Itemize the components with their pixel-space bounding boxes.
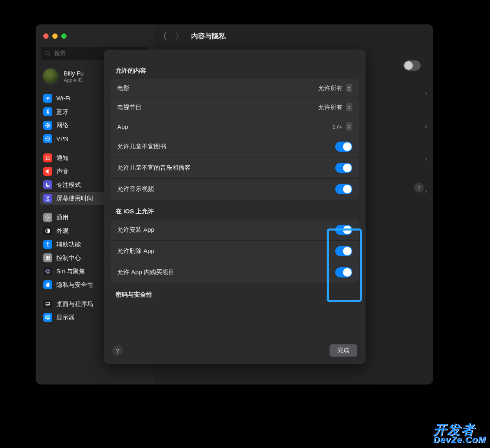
svg-point-5	[47, 217, 49, 218]
bt-icon	[43, 107, 52, 116]
siri-icon	[43, 267, 52, 276]
select-control[interactable]: 允许所有▴▾	[318, 103, 352, 111]
chevron-right-icon[interactable]: ›	[425, 90, 427, 97]
gear-icon	[43, 213, 52, 222]
section-title: 在 iOS 上允许	[104, 200, 365, 220]
toggle-switch[interactable]	[335, 246, 352, 256]
account-sub: Apple ID	[64, 78, 84, 83]
sidebar-item-label: 桌面与程序坞	[56, 300, 93, 308]
row-label: 允许删除 App	[117, 247, 154, 255]
settings-group: 允许安装 App允许删除 App允许 App 内购买项目	[111, 220, 359, 283]
bell-icon	[43, 153, 52, 162]
access-icon	[43, 240, 52, 249]
chevron-right-icon[interactable]: ›	[425, 122, 427, 130]
sidebar-item-label: 显示器	[56, 314, 75, 322]
svg-point-0	[46, 51, 49, 55]
done-button[interactable]: 完成	[330, 344, 357, 357]
row-label: 允许 App 内购买项目	[117, 268, 174, 276]
sheet-help-button[interactable]: ?	[112, 345, 123, 356]
sidebar-item-label: 通用	[56, 214, 69, 222]
settings-row: 允许儿童不宜的音乐和播客	[111, 157, 359, 179]
row-label: 电视节目	[117, 104, 142, 111]
settings-row: 允许安装 App	[111, 220, 359, 241]
settings-row: App17+▴▾	[111, 117, 359, 136]
svg-point-2	[47, 100, 48, 100]
select-control[interactable]: 17+▴▾	[332, 122, 352, 131]
settings-row: 电影允许所有▴▾	[111, 79, 359, 98]
sidebar-item-label: Wi-Fi	[56, 95, 70, 102]
toggle-switch[interactable]	[335, 267, 352, 277]
row-label: 允许儿童不宜图书	[117, 143, 166, 151]
forward-button[interactable]: ⟩	[174, 29, 180, 42]
svg-point-12	[46, 269, 50, 274]
search-icon	[45, 51, 51, 57]
sidebar-item-label: 声音	[56, 168, 69, 175]
row-label: App	[117, 123, 128, 130]
settings-row: 允许儿童不宜图书	[111, 136, 359, 157]
row-label: 电影	[117, 84, 129, 92]
sidebar-item-label: 控制中心	[56, 254, 81, 262]
toggle-switch[interactable]	[335, 163, 352, 173]
sidebar-item-label: 专注模式	[56, 181, 81, 189]
dock-icon	[43, 299, 52, 308]
section-title: 密码与安全性	[104, 283, 365, 303]
page-title: 内容与隐私	[191, 31, 226, 41]
settings-row: 允许删除 App	[111, 241, 359, 262]
sheet-footer: ? 完成	[104, 338, 365, 364]
settings-row: 允许 App 内购买项目	[111, 262, 359, 283]
row-label: 允许音乐视频	[117, 185, 154, 193]
toggle-switch[interactable]	[335, 142, 352, 152]
svg-line-1	[49, 54, 50, 55]
sidebar-item-label: Siri 与聚焦	[56, 268, 85, 275]
bg-master-toggle[interactable]	[403, 60, 421, 71]
close-icon[interactable]	[43, 33, 49, 39]
display-icon	[43, 313, 52, 322]
settings-row: 允许音乐视频	[111, 179, 359, 200]
toggle-switch[interactable]	[335, 225, 352, 235]
sound-icon	[43, 167, 52, 176]
search-placeholder: 搜索	[54, 50, 66, 57]
control-icon	[43, 253, 52, 262]
svg-rect-14	[46, 302, 49, 305]
row-label: 允许儿童不宜的音乐和播客	[117, 164, 191, 172]
hourglass-icon	[43, 194, 52, 203]
select-value: 允许所有	[318, 104, 343, 111]
svg-rect-16	[46, 316, 50, 319]
stepper-icon: ▴▾	[346, 103, 352, 111]
chevron-right-icon[interactable]: ›	[425, 188, 427, 195]
sidebar-item-label: 通知	[56, 154, 69, 162]
svg-point-7	[47, 242, 48, 243]
account-name: Billy Fu	[64, 70, 84, 77]
wifi-icon	[43, 94, 52, 103]
select-control[interactable]: 允许所有▴▾	[318, 84, 352, 92]
globe-icon	[43, 121, 52, 130]
section-title: 允许的内容	[104, 59, 365, 79]
svg-point-13	[47, 270, 49, 273]
settings-row: 电视节目允许所有▴▾	[111, 98, 359, 117]
watermark: 开发者 DevZe.CoM	[433, 424, 486, 444]
chevron-right-icon[interactable]: ›	[425, 155, 427, 162]
minimize-icon[interactable]	[52, 33, 58, 39]
hand-icon	[43, 280, 52, 289]
bg-nav-rows: › › › ›	[425, 90, 427, 195]
svg-rect-9	[48, 256, 50, 258]
row-label: 允许安装 App	[117, 226, 154, 234]
select-value: 17+	[332, 123, 343, 130]
avatar	[42, 68, 59, 84]
maximize-icon[interactable]	[61, 33, 67, 39]
content-privacy-sheet: 允许的内容电影允许所有▴▾电视节目允许所有▴▾App17+▴▾允许儿童不宜图书允…	[104, 50, 365, 364]
sidebar-item-label: 外观	[56, 227, 69, 235]
svg-rect-10	[46, 258, 48, 260]
sidebar-item-label: VPN	[56, 135, 69, 142]
svg-rect-8	[46, 256, 48, 258]
appearance-icon	[43, 226, 52, 235]
svg-rect-11	[48, 258, 50, 260]
back-button[interactable]: ⟨	[162, 29, 168, 42]
moon-icon	[43, 180, 52, 189]
sidebar-item-label: 网络	[56, 122, 69, 129]
select-value: 允许所有	[318, 84, 343, 92]
help-button[interactable]: ?	[414, 183, 424, 193]
main-header: ⟨ ⟩ 内容与隐私	[154, 24, 433, 47]
settings-group: 电影允许所有▴▾电视节目允许所有▴▾App17+▴▾允许儿童不宜图书允许儿童不宜…	[111, 79, 359, 200]
toggle-switch[interactable]	[335, 184, 352, 194]
